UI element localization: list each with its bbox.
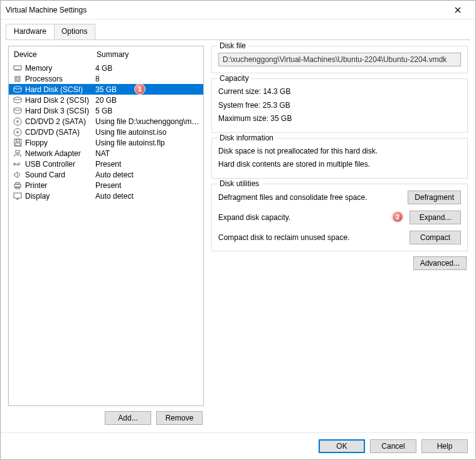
group-utilities: Disk utilities Defragment files and cons… [211, 184, 468, 251]
tabs-area: Hardware Options [1, 19, 475, 39]
device-summary: Using file autoinst.iso [95, 128, 199, 137]
left-buttons: Add... Remove [8, 406, 204, 426]
device-name: Sound Card [25, 170, 95, 179]
disk-info-line2: Hard disk contents are stored in multipl… [218, 158, 461, 172]
device-row[interactable]: CD/DVD 2 (SATA)Using file D:\xuchenggong… [9, 116, 203, 127]
group-capacity: Capacity Current size: 14.3 GB System fr… [211, 78, 468, 133]
sound-icon [13, 170, 23, 179]
compact-button[interactable]: Compact [410, 231, 461, 244]
group-disk-file: Disk file [211, 46, 468, 73]
tab-options[interactable]: Options [54, 24, 95, 39]
group-title-disk-file: Disk file [217, 41, 248, 50]
device-name: USB Controller [25, 160, 95, 169]
device-name: CD/DVD 2 (SATA) [25, 117, 95, 126]
device-summary: 5 GB [95, 107, 199, 115]
defragment-button[interactable]: Defragment [408, 191, 461, 204]
device-list: Device Summary Memory4 GBProcessors8Hard… [8, 46, 204, 406]
group-title-capacity: Capacity [217, 74, 251, 83]
disk-file-input[interactable] [218, 53, 461, 66]
device-row[interactable]: Hard Disk 2 (SCSI)20 GB [9, 95, 203, 105]
utility-compact-text: Compact disk to reclaim unused space. [218, 233, 349, 242]
device-summary: Using file D:\xuchenggong\ma... [95, 117, 199, 126]
device-summary: Present [95, 160, 199, 169]
device-row[interactable]: Memory4 GB [9, 63, 203, 73]
group-title-utilities: Disk utilities [217, 179, 262, 188]
device-name: Floppy [25, 139, 95, 147]
device-summary: 4 GB [95, 64, 199, 73]
disk-icon [13, 96, 23, 105]
device-row[interactable]: Hard Disk (SCSI)35 GB1 [9, 84, 203, 95]
remove-button[interactable]: Remove [156, 411, 203, 425]
cancel-button[interactable]: Cancel [370, 439, 416, 453]
svg-point-15 [14, 128, 21, 136]
capacity-free-label: System free: [218, 101, 260, 110]
memory-icon [13, 64, 23, 73]
svg-point-11 [14, 97, 21, 100]
device-summary: Present [95, 181, 199, 190]
group-title-disk-info: Disk information [217, 133, 276, 142]
capacity-max-value: 35 GB [270, 114, 292, 123]
capacity-current-label: Current size: [218, 87, 261, 96]
device-summary: NAT [95, 149, 199, 158]
tab-hardware[interactable]: Hardware [6, 24, 55, 39]
svg-rect-9 [16, 78, 19, 80]
disk-info-line1: Disk space is not preallocated for this … [218, 145, 461, 159]
window-title: Virtual Machine Settings [6, 6, 87, 14]
capacity-current-value: 14.3 GB [263, 87, 290, 96]
device-row[interactable]: PrinterPresent [9, 180, 203, 191]
expand-button[interactable]: Expand... [410, 211, 461, 224]
svg-point-12 [14, 108, 21, 110]
device-summary: Auto detect [95, 170, 199, 179]
device-name: Network Adapter [25, 149, 95, 158]
cd-icon [13, 128, 23, 137]
device-name: Hard Disk 2 (SCSI) [25, 96, 95, 105]
device-name: Memory [25, 64, 95, 73]
device-summary: 35 GB [95, 85, 199, 94]
titlebar: Virtual Machine Settings [1, 1, 475, 19]
capacity-max: Maximum size: 35 GB [218, 112, 461, 126]
device-summary: Auto detect [95, 192, 199, 201]
device-summary: 20 GB [95, 96, 199, 105]
capacity-current: Current size: 14.3 GB [218, 85, 461, 99]
device-row[interactable]: Sound CardAuto detect [9, 169, 203, 180]
display-icon [13, 192, 23, 201]
usb-icon [13, 160, 23, 169]
network-icon [13, 149, 23, 158]
device-row[interactable]: FloppyUsing file autoinst.flp [9, 137, 203, 148]
tabs: Hardware Options [6, 24, 470, 40]
device-row[interactable]: DisplayAuto detect [9, 191, 203, 201]
device-row[interactable]: Processors8 [9, 73, 203, 84]
close-button[interactable] [447, 3, 469, 18]
capacity-max-label: Maximum size: [218, 114, 268, 123]
cd-icon [13, 117, 23, 126]
floppy-icon [13, 139, 23, 147]
content: Device Summary Memory4 GBProcessors8Hard… [1, 39, 475, 432]
advanced-button[interactable]: Advanced... [413, 256, 467, 270]
advanced-row: Advanced... [211, 256, 468, 270]
device-row[interactable]: USB ControllerPresent [9, 159, 203, 169]
printer-icon [13, 181, 23, 190]
device-name: Hard Disk (SCSI) [25, 85, 95, 94]
list-body: Memory4 GBProcessors8Hard Disk (SCSI)35 … [9, 63, 203, 201]
device-row[interactable]: Network AdapterNAT [9, 148, 203, 159]
annotation-badge-1: 1 [134, 83, 145, 95]
col-header-device: Device [14, 50, 97, 59]
help-button[interactable]: Help [421, 439, 468, 453]
left-panel: Device Summary Memory4 GBProcessors8Hard… [8, 46, 204, 426]
device-name: Printer [25, 181, 95, 190]
device-row[interactable]: CD/DVD (SATA)Using file autoinst.iso [9, 127, 203, 137]
disk-icon [13, 107, 23, 115]
device-name: CD/DVD (SATA) [25, 128, 95, 137]
disk-icon [13, 85, 23, 94]
svg-rect-19 [16, 143, 20, 146]
add-button[interactable]: Add... [105, 411, 151, 425]
group-disk-info: Disk information Disk space is not preal… [211, 138, 468, 179]
device-row[interactable]: Hard Disk 3 (SCSI)5 GB [9, 105, 203, 116]
footer: OK Cancel Help [1, 432, 475, 459]
utility-defragment-text: Defragment files and consolidate free sp… [218, 193, 367, 202]
capacity-free-value: 25.3 GB [263, 101, 290, 110]
svg-rect-30 [14, 193, 21, 198]
ok-button[interactable]: OK [319, 439, 365, 453]
col-header-summary: Summary [97, 50, 198, 59]
device-summary: 8 [95, 75, 199, 83]
